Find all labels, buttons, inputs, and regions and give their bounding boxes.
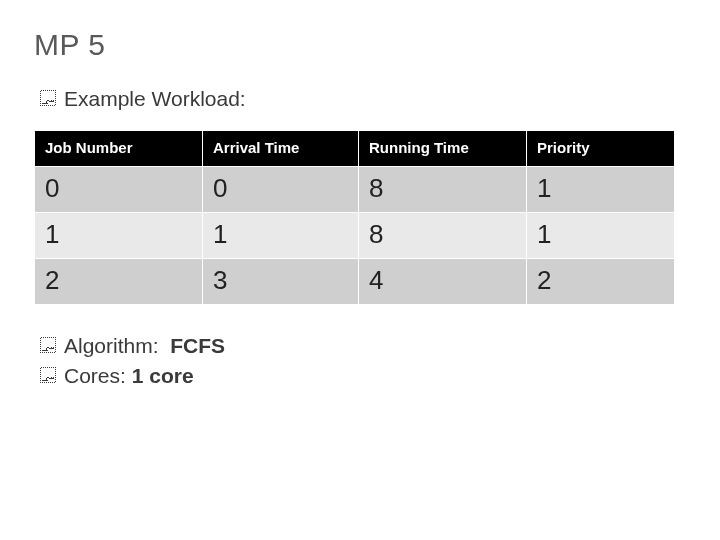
- cell: 2: [35, 259, 203, 305]
- cell: 8: [359, 167, 527, 213]
- bullet-cores: ؄ Cores: 1 core: [40, 363, 686, 389]
- algorithm-value: FCFS: [170, 334, 225, 357]
- table-header-row: Job Number Arrival Time Running Time Pri…: [35, 131, 675, 167]
- bullet-icon: ؄: [40, 86, 64, 112]
- bullet-icon: ؄: [40, 333, 64, 359]
- table-row: 0 0 8 1: [35, 167, 675, 213]
- cell: 8: [359, 213, 527, 259]
- cores-value: 1 core: [132, 364, 194, 387]
- bullet-icon: ؄: [40, 363, 64, 389]
- bullet-algorithm: ؄ Algorithm: FCFS: [40, 333, 686, 359]
- workload-table: Job Number Arrival Time Running Time Pri…: [34, 130, 675, 305]
- cell: 1: [527, 213, 675, 259]
- col-priority: Priority: [527, 131, 675, 167]
- bullet-workload-text: Example Workload:: [64, 86, 246, 112]
- cell: 4: [359, 259, 527, 305]
- algorithm-label: Algorithm:: [64, 334, 159, 357]
- bullet-cores-text: Cores: 1 core: [64, 363, 194, 389]
- algorithm-block: ؄ Algorithm: FCFS ؄ Cores: 1 core: [34, 333, 686, 389]
- cores-label: Cores:: [64, 364, 126, 387]
- col-running-time: Running Time: [359, 131, 527, 167]
- cell: 3: [203, 259, 359, 305]
- cell: 1: [35, 213, 203, 259]
- cell: 1: [527, 167, 675, 213]
- slide-title: MP 5: [34, 28, 686, 62]
- cell: 0: [35, 167, 203, 213]
- col-arrival-time: Arrival Time: [203, 131, 359, 167]
- table-row: 1 1 8 1: [35, 213, 675, 259]
- cell: 0: [203, 167, 359, 213]
- table-row: 2 3 4 2: [35, 259, 675, 305]
- col-job-number: Job Number: [35, 131, 203, 167]
- slide: MP 5 ؄ Example Workload: Job Number Arri…: [0, 0, 720, 389]
- bullet-algorithm-text: Algorithm: FCFS: [64, 333, 225, 359]
- cell: 1: [203, 213, 359, 259]
- bullet-workload: ؄ Example Workload:: [40, 86, 686, 112]
- cell: 2: [527, 259, 675, 305]
